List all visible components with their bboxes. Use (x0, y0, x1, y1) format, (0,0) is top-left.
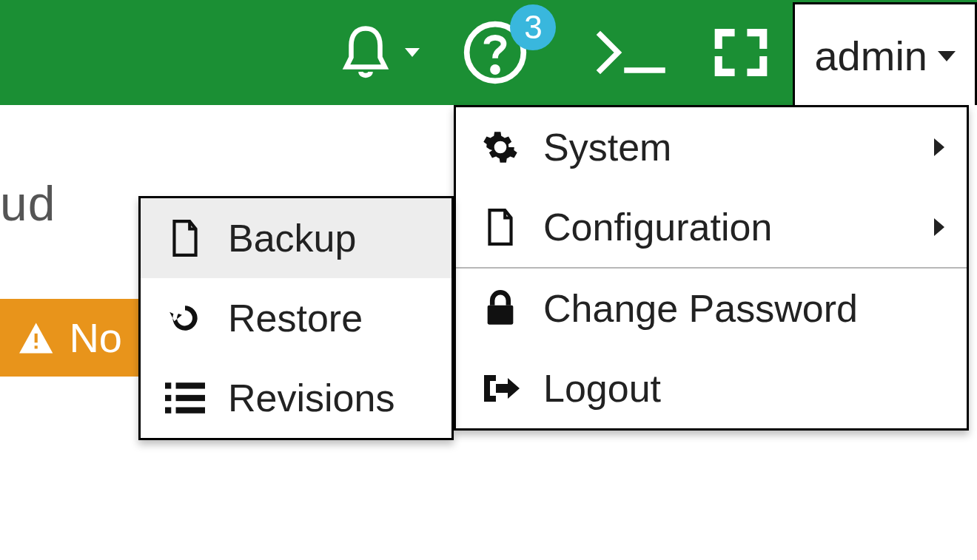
svg-rect-6 (165, 382, 171, 388)
menu-label: Change Password (543, 286, 944, 331)
chevron-down-icon (938, 51, 956, 61)
submenu-item-restore[interactable]: Restore (141, 278, 451, 358)
svg-rect-7 (176, 382, 205, 388)
warning-icon (18, 320, 54, 356)
fullscreen-icon (710, 25, 772, 80)
user-dropdown-menu: System Configuration Change Password (454, 105, 969, 431)
svg-point-1 (493, 67, 497, 72)
terminal-button[interactable] (574, 0, 689, 105)
configuration-submenu: Backup Restore Revisions (138, 196, 454, 440)
logout-icon (481, 371, 520, 406)
submenu-item-revisions[interactable]: Revisions (141, 358, 451, 438)
help-button[interactable]: 3 (440, 0, 574, 105)
menu-label: Logout (543, 366, 944, 411)
page-title: ud (0, 175, 56, 232)
gear-icon (482, 129, 519, 166)
menu-item-logout[interactable]: Logout (456, 348, 967, 428)
restore-icon (167, 300, 204, 337)
menu-label: System (543, 125, 913, 169)
bell-icon (337, 21, 395, 84)
menu-label: Backup (228, 216, 429, 260)
menu-item-change-password[interactable]: Change Password (456, 269, 967, 348)
svg-rect-10 (165, 407, 171, 413)
topbar-items: 3 admin (316, 0, 977, 105)
menu-item-configuration[interactable]: Configuration (456, 187, 967, 267)
top-navbar: 3 admin (0, 0, 977, 105)
menu-label: Revisions (228, 376, 429, 420)
submenu-item-backup[interactable]: Backup (141, 198, 451, 278)
lock-icon (484, 289, 517, 328)
svg-rect-4 (35, 345, 38, 348)
notifications-button[interactable] (316, 0, 440, 105)
chevron-right-icon (934, 138, 944, 156)
menu-label: Configuration (543, 205, 913, 249)
warning-banner: No (0, 299, 140, 377)
terminal-icon (594, 30, 668, 75)
svg-rect-9 (176, 395, 205, 401)
notification-badge: 3 (510, 4, 556, 50)
document-icon (484, 207, 517, 247)
fullscreen-button[interactable] (689, 0, 793, 105)
svg-rect-3 (35, 333, 38, 342)
svg-rect-8 (165, 395, 171, 401)
chevron-down-icon (405, 48, 420, 57)
svg-rect-11 (176, 407, 205, 413)
document-icon (169, 218, 201, 258)
user-label: admin (814, 32, 927, 80)
list-icon (165, 382, 205, 414)
warning-text: No (69, 314, 122, 362)
svg-rect-5 (488, 306, 514, 325)
menu-label: Restore (228, 296, 429, 340)
user-menu-button[interactable]: admin (793, 2, 977, 107)
menu-item-system[interactable]: System (456, 107, 967, 187)
chevron-right-icon (934, 218, 944, 236)
